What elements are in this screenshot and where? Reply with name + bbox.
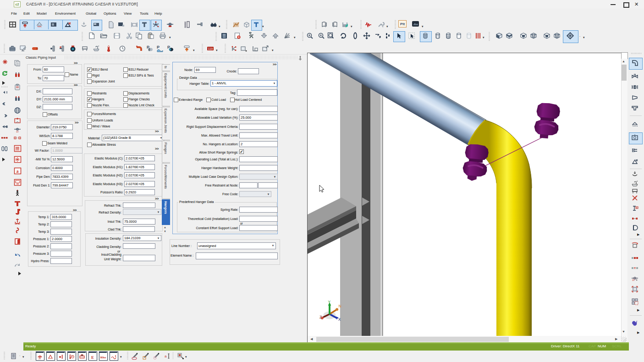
svg-text:10: 10 (39, 357, 41, 360)
svg-text:E: E (91, 355, 94, 360)
svg-text:119: 119 (208, 47, 213, 50)
svg-text:a: a (17, 169, 19, 174)
svg-text:Plt: Plt (400, 22, 405, 26)
svg-text:Z: Z (319, 315, 322, 319)
svg-text:a: a (165, 354, 167, 358)
svg-text:P: P (157, 45, 160, 49)
svg-text:X: X (338, 317, 341, 322)
svg-text:Rho: Rho (100, 356, 106, 359)
svg-text:10: 10 (16, 130, 19, 133)
svg-text:Y: Y (328, 300, 331, 304)
svg-text:10: 10 (632, 279, 635, 281)
svg-text:N: N (339, 304, 341, 308)
